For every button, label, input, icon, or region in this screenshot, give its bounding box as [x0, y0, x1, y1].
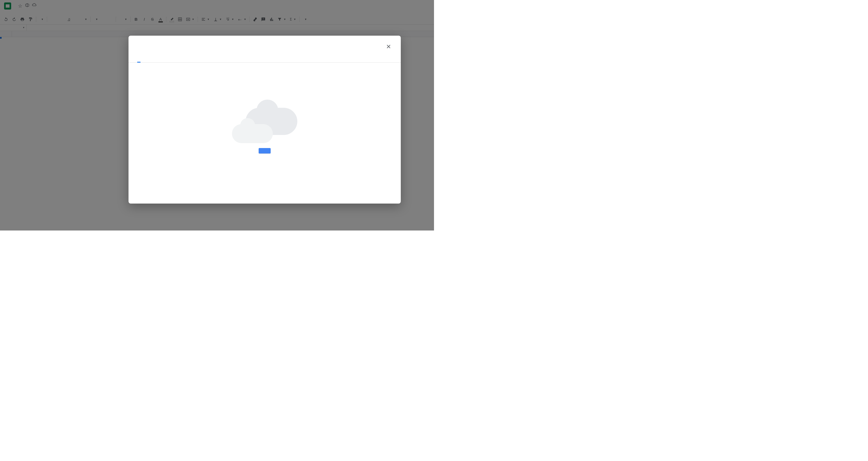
modal-close-button[interactable]: ✕ [385, 42, 392, 52]
browse-button[interactable] [259, 148, 271, 154]
tab-image-search[interactable] [192, 56, 195, 63]
modal-body [128, 63, 401, 203]
cloud-illustration-icon [232, 108, 297, 143]
tab-drive[interactable] [181, 56, 184, 63]
modal-header: ✕ [128, 36, 401, 54]
tab-url[interactable] [159, 56, 162, 63]
modal-tabs [128, 54, 401, 63]
insert-image-modal: ✕ [128, 36, 401, 203]
tab-upload[interactable] [137, 56, 141, 63]
tab-photos[interactable] [170, 56, 173, 63]
tab-camera[interactable] [148, 56, 151, 63]
